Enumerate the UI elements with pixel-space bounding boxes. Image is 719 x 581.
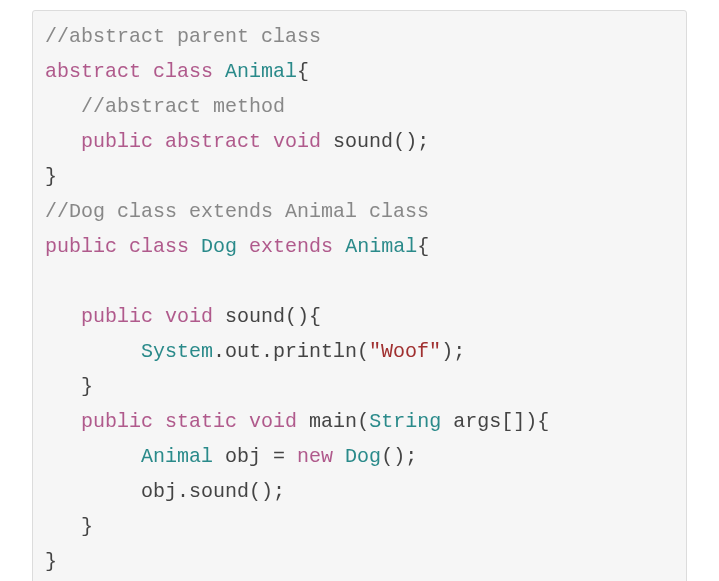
string-literal: "Woof" <box>369 340 441 363</box>
type-dog: Dog <box>345 445 381 468</box>
paren-open: ( <box>357 410 369 433</box>
type-string: String <box>369 410 441 433</box>
comment: //Dog class extends Animal class <box>45 200 429 223</box>
method-sound: sound <box>189 480 249 503</box>
brace-close: } <box>45 550 57 573</box>
dot: . <box>213 340 225 363</box>
keyword-void: void <box>249 410 297 433</box>
keyword-public: public <box>45 235 117 258</box>
paren-close: ); <box>441 340 465 363</box>
keyword-new: new <box>297 445 333 468</box>
dot: . <box>177 480 189 503</box>
keyword-class: class <box>153 60 213 83</box>
method-sound: sound <box>225 305 285 328</box>
method-println: println <box>273 340 357 363</box>
method-sound: sound <box>333 130 393 153</box>
punct: (); <box>249 480 285 503</box>
keyword-public: public <box>81 305 153 328</box>
param-args: args <box>453 410 501 433</box>
brace-open: { <box>417 235 429 258</box>
keyword-abstract: abstract <box>45 60 141 83</box>
keyword-class: class <box>129 235 189 258</box>
punct: []){ <box>501 410 549 433</box>
punct: (); <box>381 445 417 468</box>
paren-open: ( <box>357 340 369 363</box>
type-dog: Dog <box>201 235 237 258</box>
type-animal: Animal <box>141 445 213 468</box>
var-obj: obj <box>141 480 177 503</box>
comment: //abstract parent class <box>45 25 321 48</box>
keyword-public: public <box>81 410 153 433</box>
keyword-extends: extends <box>249 235 333 258</box>
keyword-static: static <box>165 410 237 433</box>
type-animal: Animal <box>225 60 297 83</box>
comment: //abstract method <box>81 95 285 118</box>
keyword-void: void <box>165 305 213 328</box>
brace-close: } <box>45 165 57 188</box>
dot: . <box>261 340 273 363</box>
var-obj: obj <box>225 445 261 468</box>
keyword-void: void <box>273 130 321 153</box>
brace-close: } <box>81 375 93 398</box>
method-main: main <box>309 410 357 433</box>
type-system: System <box>141 340 213 363</box>
keyword-public: public <box>81 130 153 153</box>
punct: (){ <box>285 305 321 328</box>
type-animal: Animal <box>345 235 417 258</box>
member-out: out <box>225 340 261 363</box>
punct: (); <box>393 130 429 153</box>
brace-close: } <box>81 515 93 538</box>
brace-open: { <box>297 60 309 83</box>
code-block: //abstract parent class abstract class A… <box>32 10 687 581</box>
equals: = <box>261 445 297 468</box>
keyword-abstract: abstract <box>165 130 261 153</box>
